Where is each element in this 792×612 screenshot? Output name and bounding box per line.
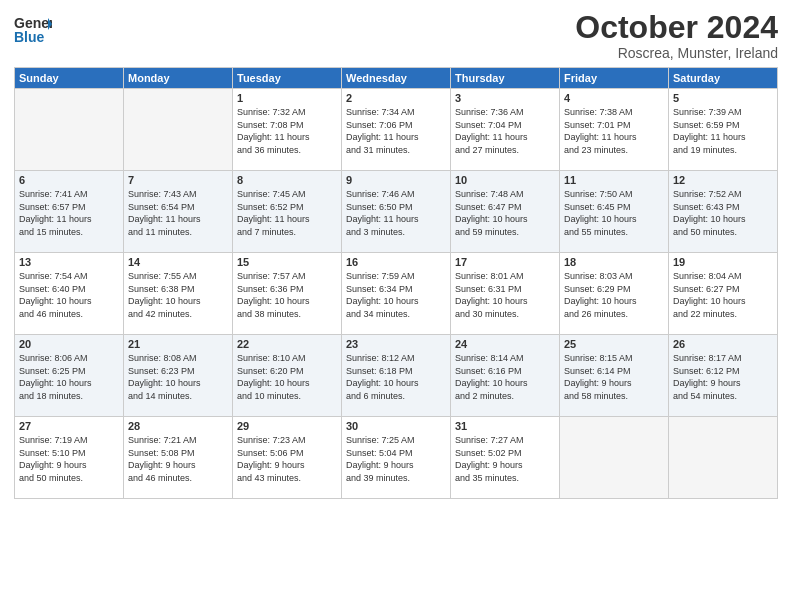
table-row: 7Sunrise: 7:43 AM Sunset: 6:54 PM Daylig… — [124, 171, 233, 253]
day-number: 7 — [128, 174, 228, 186]
col-monday: Monday — [124, 68, 233, 89]
table-row: 26Sunrise: 8:17 AM Sunset: 6:12 PM Dayli… — [669, 335, 778, 417]
day-info: Sunrise: 8:06 AM Sunset: 6:25 PM Dayligh… — [19, 352, 119, 402]
day-number: 26 — [673, 338, 773, 350]
table-row: 27Sunrise: 7:19 AM Sunset: 5:10 PM Dayli… — [15, 417, 124, 499]
table-row: 8Sunrise: 7:45 AM Sunset: 6:52 PM Daylig… — [233, 171, 342, 253]
day-number: 10 — [455, 174, 555, 186]
day-info: Sunrise: 7:52 AM Sunset: 6:43 PM Dayligh… — [673, 188, 773, 238]
day-info: Sunrise: 8:17 AM Sunset: 6:12 PM Dayligh… — [673, 352, 773, 402]
day-number: 13 — [19, 256, 119, 268]
table-row: 20Sunrise: 8:06 AM Sunset: 6:25 PM Dayli… — [15, 335, 124, 417]
day-info: Sunrise: 7:48 AM Sunset: 6:47 PM Dayligh… — [455, 188, 555, 238]
col-saturday: Saturday — [669, 68, 778, 89]
page: General Blue October 2024 Roscrea, Munst… — [0, 0, 792, 612]
col-tuesday: Tuesday — [233, 68, 342, 89]
table-row: 28Sunrise: 7:21 AM Sunset: 5:08 PM Dayli… — [124, 417, 233, 499]
calendar-table: Sunday Monday Tuesday Wednesday Thursday… — [14, 67, 778, 499]
day-number: 14 — [128, 256, 228, 268]
day-number: 4 — [564, 92, 664, 104]
day-info: Sunrise: 7:36 AM Sunset: 7:04 PM Dayligh… — [455, 106, 555, 156]
day-info: Sunrise: 7:23 AM Sunset: 5:06 PM Dayligh… — [237, 434, 337, 484]
day-info: Sunrise: 7:27 AM Sunset: 5:02 PM Dayligh… — [455, 434, 555, 484]
table-row: 4Sunrise: 7:38 AM Sunset: 7:01 PM Daylig… — [560, 89, 669, 171]
table-row: 1Sunrise: 7:32 AM Sunset: 7:08 PM Daylig… — [233, 89, 342, 171]
day-info: Sunrise: 7:32 AM Sunset: 7:08 PM Dayligh… — [237, 106, 337, 156]
day-info: Sunrise: 7:41 AM Sunset: 6:57 PM Dayligh… — [19, 188, 119, 238]
calendar-week-row: 27Sunrise: 7:19 AM Sunset: 5:10 PM Dayli… — [15, 417, 778, 499]
table-row: 17Sunrise: 8:01 AM Sunset: 6:31 PM Dayli… — [451, 253, 560, 335]
table-row: 11Sunrise: 7:50 AM Sunset: 6:45 PM Dayli… — [560, 171, 669, 253]
day-info: Sunrise: 8:15 AM Sunset: 6:14 PM Dayligh… — [564, 352, 664, 402]
table-row: 29Sunrise: 7:23 AM Sunset: 5:06 PM Dayli… — [233, 417, 342, 499]
day-info: Sunrise: 8:03 AM Sunset: 6:29 PM Dayligh… — [564, 270, 664, 320]
logo: General Blue — [14, 10, 52, 54]
table-row: 13Sunrise: 7:54 AM Sunset: 6:40 PM Dayli… — [15, 253, 124, 335]
col-sunday: Sunday — [15, 68, 124, 89]
calendar-week-row: 1Sunrise: 7:32 AM Sunset: 7:08 PM Daylig… — [15, 89, 778, 171]
location-subtitle: Roscrea, Munster, Ireland — [575, 45, 778, 61]
day-number: 29 — [237, 420, 337, 432]
svg-text:Blue: Blue — [14, 29, 45, 45]
day-number: 2 — [346, 92, 446, 104]
table-row: 18Sunrise: 8:03 AM Sunset: 6:29 PM Dayli… — [560, 253, 669, 335]
day-number: 17 — [455, 256, 555, 268]
day-number: 30 — [346, 420, 446, 432]
day-info: Sunrise: 7:34 AM Sunset: 7:06 PM Dayligh… — [346, 106, 446, 156]
day-number: 15 — [237, 256, 337, 268]
day-number: 27 — [19, 420, 119, 432]
calendar-week-row: 6Sunrise: 7:41 AM Sunset: 6:57 PM Daylig… — [15, 171, 778, 253]
day-info: Sunrise: 7:38 AM Sunset: 7:01 PM Dayligh… — [564, 106, 664, 156]
day-number: 5 — [673, 92, 773, 104]
day-number: 1 — [237, 92, 337, 104]
day-info: Sunrise: 7:55 AM Sunset: 6:38 PM Dayligh… — [128, 270, 228, 320]
table-row: 23Sunrise: 8:12 AM Sunset: 6:18 PM Dayli… — [342, 335, 451, 417]
table-row — [560, 417, 669, 499]
day-info: Sunrise: 8:08 AM Sunset: 6:23 PM Dayligh… — [128, 352, 228, 402]
day-number: 21 — [128, 338, 228, 350]
col-friday: Friday — [560, 68, 669, 89]
day-number: 23 — [346, 338, 446, 350]
table-row: 3Sunrise: 7:36 AM Sunset: 7:04 PM Daylig… — [451, 89, 560, 171]
day-number: 22 — [237, 338, 337, 350]
table-row: 31Sunrise: 7:27 AM Sunset: 5:02 PM Dayli… — [451, 417, 560, 499]
day-info: Sunrise: 8:01 AM Sunset: 6:31 PM Dayligh… — [455, 270, 555, 320]
day-info: Sunrise: 8:14 AM Sunset: 6:16 PM Dayligh… — [455, 352, 555, 402]
day-info: Sunrise: 8:04 AM Sunset: 6:27 PM Dayligh… — [673, 270, 773, 320]
day-info: Sunrise: 8:12 AM Sunset: 6:18 PM Dayligh… — [346, 352, 446, 402]
day-number: 31 — [455, 420, 555, 432]
table-row: 2Sunrise: 7:34 AM Sunset: 7:06 PM Daylig… — [342, 89, 451, 171]
table-row: 12Sunrise: 7:52 AM Sunset: 6:43 PM Dayli… — [669, 171, 778, 253]
calendar-week-row: 20Sunrise: 8:06 AM Sunset: 6:25 PM Dayli… — [15, 335, 778, 417]
day-info: Sunrise: 7:45 AM Sunset: 6:52 PM Dayligh… — [237, 188, 337, 238]
day-number: 18 — [564, 256, 664, 268]
day-number: 19 — [673, 256, 773, 268]
day-info: Sunrise: 7:54 AM Sunset: 6:40 PM Dayligh… — [19, 270, 119, 320]
day-number: 20 — [19, 338, 119, 350]
table-row: 25Sunrise: 8:15 AM Sunset: 6:14 PM Dayli… — [560, 335, 669, 417]
day-info: Sunrise: 7:57 AM Sunset: 6:36 PM Dayligh… — [237, 270, 337, 320]
day-number: 11 — [564, 174, 664, 186]
table-row: 22Sunrise: 8:10 AM Sunset: 6:20 PM Dayli… — [233, 335, 342, 417]
day-number: 12 — [673, 174, 773, 186]
day-number: 9 — [346, 174, 446, 186]
day-number: 3 — [455, 92, 555, 104]
title-block: October 2024 Roscrea, Munster, Ireland — [575, 10, 778, 61]
table-row: 16Sunrise: 7:59 AM Sunset: 6:34 PM Dayli… — [342, 253, 451, 335]
table-row: 24Sunrise: 8:14 AM Sunset: 6:16 PM Dayli… — [451, 335, 560, 417]
header-row: Sunday Monday Tuesday Wednesday Thursday… — [15, 68, 778, 89]
day-info: Sunrise: 7:39 AM Sunset: 6:59 PM Dayligh… — [673, 106, 773, 156]
logo-icon: General Blue — [14, 10, 52, 50]
day-info: Sunrise: 8:10 AM Sunset: 6:20 PM Dayligh… — [237, 352, 337, 402]
day-info: Sunrise: 7:50 AM Sunset: 6:45 PM Dayligh… — [564, 188, 664, 238]
table-row — [124, 89, 233, 171]
table-row: 15Sunrise: 7:57 AM Sunset: 6:36 PM Dayli… — [233, 253, 342, 335]
day-number: 25 — [564, 338, 664, 350]
col-thursday: Thursday — [451, 68, 560, 89]
day-info: Sunrise: 7:43 AM Sunset: 6:54 PM Dayligh… — [128, 188, 228, 238]
table-row — [669, 417, 778, 499]
table-row: 30Sunrise: 7:25 AM Sunset: 5:04 PM Dayli… — [342, 417, 451, 499]
day-info: Sunrise: 7:25 AM Sunset: 5:04 PM Dayligh… — [346, 434, 446, 484]
table-row: 5Sunrise: 7:39 AM Sunset: 6:59 PM Daylig… — [669, 89, 778, 171]
table-row — [15, 89, 124, 171]
